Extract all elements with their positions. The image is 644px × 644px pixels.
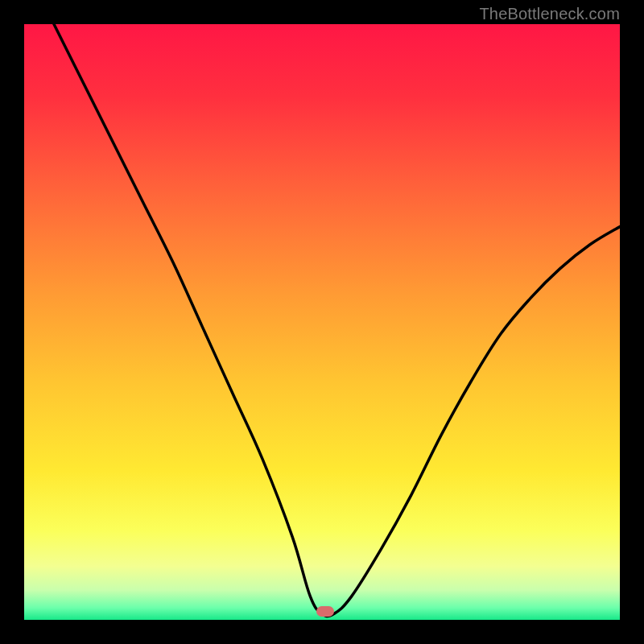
attribution-text: TheBottleneck.com: [479, 5, 620, 23]
optimal-point-marker: [316, 606, 334, 617]
bottleneck-curve: [24, 24, 620, 620]
chart-frame: TheBottleneck.com: [0, 0, 644, 644]
plot-area: [24, 24, 620, 620]
